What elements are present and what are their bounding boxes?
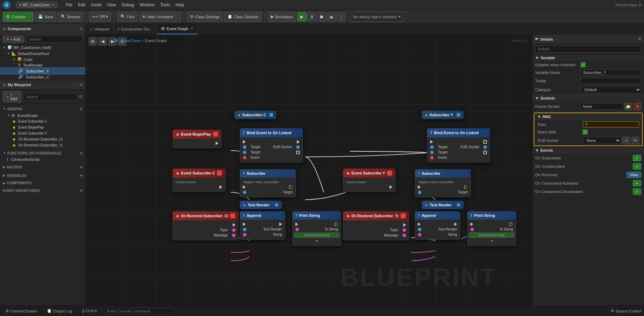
stop-button[interactable]: ⏹: [317, 12, 326, 21]
on-rec-c-topic-pin[interactable]: [232, 228, 236, 232]
graph-event-sub-c[interactable]: ◆ Event Subscribe C: [0, 118, 85, 124]
tr-c-out-pin[interactable]: [275, 203, 278, 207]
play-options-button[interactable]: ⋮: [337, 12, 346, 21]
console-command-input[interactable]: [104, 308, 174, 314]
append-c-exec-out[interactable]: [279, 222, 282, 226]
node-on-received-y[interactable]: ◆ On Received (Subscriber_Y) Topic Messa…: [343, 211, 409, 240]
node-event-sub-c[interactable]: ◆ Event Subscribe C Custom Event: [173, 169, 225, 192]
class-defaults-button[interactable]: 📋 Class Defaults: [224, 12, 262, 22]
on-component-deactivated-add-btn[interactable]: +: [633, 188, 641, 195]
back-nav-button[interactable]: ◀: [98, 37, 107, 46]
editable-checkbox[interactable]: ✓: [581, 62, 586, 67]
my-blueprint-search-input[interactable]: [23, 93, 77, 100]
components-add-button[interactable]: + + Add: [3, 36, 24, 43]
hide-unrelated-button[interactable]: 👁 Hide Unrelated ⋮: [139, 12, 181, 22]
sub-c-target-pin[interactable]: [243, 191, 246, 194]
components-close[interactable]: ✕: [79, 26, 83, 31]
bind-y-exec-in[interactable]: [430, 140, 433, 144]
bind-y-subsocket-pin[interactable]: [483, 145, 487, 149]
find-button[interactable]: 🔍 Find: [117, 12, 137, 22]
output-log-button[interactable]: 📋 Output Log: [44, 308, 75, 314]
starts-with-checkbox[interactable]: ✓: [583, 130, 588, 135]
append-c-str-pin[interactable]: [243, 233, 246, 236]
details-close[interactable]: ✕: [638, 37, 641, 41]
tree-item-cube[interactable]: ▼ 📦 Cube: [0, 56, 85, 62]
bind-c-exec-out[interactable]: [297, 140, 300, 144]
graphs-add[interactable]: +: [80, 106, 83, 112]
tree-item-text-render[interactable]: T TextRender: [0, 62, 85, 68]
menu-tools[interactable]: Tools: [160, 2, 170, 7]
diff-button[interactable]: ⟷ Diff ▾: [89, 12, 111, 22]
var-name-input[interactable]: [581, 69, 641, 76]
sub-c-exec-out[interactable]: [289, 185, 293, 189]
sub-socket-edit-btn[interactable]: ✏: [631, 137, 639, 144]
on-rec-y-msg-pin[interactable]: [402, 234, 406, 237]
event-close-pin[interactable]: [213, 132, 218, 137]
event-sub-y-close[interactable]: [387, 171, 392, 176]
tree-item-subscriber-y[interactable]: 🔗 Subscriber_Y: [0, 68, 85, 74]
print-y-exec-in[interactable]: [470, 222, 473, 226]
event-sub-c-exec-out[interactable]: [219, 185, 222, 189]
bind-y-right-pin[interactable]: [483, 151, 487, 154]
functions-add[interactable]: +: [80, 150, 83, 156]
eject-button[interactable]: ⏏: [327, 12, 336, 21]
tr-y-out-pin[interactable]: [457, 203, 460, 207]
nng-section-header[interactable]: ▼ NNG: [534, 113, 642, 120]
on-rec-y-topic-pin[interactable]: [402, 228, 406, 232]
tab-bp-cube-green[interactable]: BP_CubeGreen: [23, 3, 50, 7]
variables-add[interactable]: +: [80, 173, 83, 178]
on-subscribed-add-btn[interactable]: +: [633, 155, 641, 161]
source-control[interactable]: ⚙ Source Control: [611, 309, 641, 313]
append-y-str-pin[interactable]: [418, 233, 421, 236]
on-received-view-btn[interactable]: View: [626, 172, 641, 178]
node-append-y[interactable]: f Append Text Render String: [415, 211, 460, 240]
breadcrumb-root[interactable]: BP_CubeGreen: [114, 39, 141, 43]
append-y-tr-pin[interactable]: [418, 228, 421, 231]
simulation-button[interactable]: ▶ Simulation: [268, 12, 296, 22]
node-text-render-y[interactable]: ● Text Render: [422, 201, 464, 209]
my-blueprint-add-button[interactable]: + + Add: [3, 91, 21, 102]
bind-c-target2-pin[interactable]: [243, 151, 246, 154]
graph-on-received-c[interactable]: ◆ On Received (Subscriber_C): [0, 136, 85, 142]
node-print-string-y[interactable]: f Print String In String Development Onl…: [467, 211, 516, 246]
print-c-exec-in[interactable]: [295, 222, 298, 226]
my-blueprint-cog-button[interactable]: ⚙: [79, 94, 83, 99]
event-graph-close[interactable]: ✕: [190, 27, 193, 30]
bind-c-subsocket-out-pin[interactable]: [296, 145, 300, 149]
variable-section-header[interactable]: ▼ Variable: [532, 54, 644, 61]
on-rec-y-exec-out[interactable]: [403, 223, 406, 227]
menu-help[interactable]: Help: [176, 2, 184, 7]
tree-item-default-scene-root[interactable]: ▼ 📐 DefaultSceneRoot: [0, 50, 85, 56]
node-print-string-c[interactable]: f Print String In String Development Onl…: [292, 211, 341, 246]
graph-event-sub-y[interactable]: ◆ Event Subscribe Y: [0, 130, 85, 136]
tooltip-input[interactable]: [581, 78, 641, 84]
node-bind-event-c[interactable]: f Bind Event to On Linked Target SUB-Soc…: [240, 128, 303, 163]
tree-item-subscriber-c[interactable]: 🔗 Subscriber_C: [0, 74, 85, 80]
menu-debug[interactable]: Debug: [122, 2, 134, 7]
append-c-tr-pin[interactable]: [243, 228, 246, 231]
on-rec-c-close[interactable]: [230, 213, 235, 218]
content-drawer-button[interactable]: ⊞ Content Drawer: [3, 308, 40, 314]
debug-dropdown[interactable]: No debug object selected ▾: [350, 12, 404, 22]
append-y-exec-in[interactable]: [418, 222, 421, 226]
menu-asset[interactable]: Asset: [91, 2, 102, 7]
on-component-activated-add-btn[interactable]: +: [633, 180, 641, 186]
node-on-received-c[interactable]: ◆ On Received (Subscriber_C) Topic Messa…: [173, 211, 239, 240]
node-subscribe-c[interactable]: f Subscribe Target is NNG Subscriber Tar…: [240, 169, 296, 197]
tree-item-bp-cube-green[interactable]: ▼ 🧊 BP_CubeGreen (Self): [0, 44, 85, 50]
on-rec-y-close[interactable]: [401, 213, 406, 218]
on-rec-c-exec-out[interactable]: [233, 223, 236, 227]
macros-add[interactable]: +: [80, 164, 83, 170]
function-construction-script[interactable]: f ConstructionScript: [0, 157, 85, 162]
pause-button[interactable]: ⏸: [307, 12, 316, 21]
parent-socket-clear-btn[interactable]: ✕: [634, 103, 641, 110]
menu-file[interactable]: File: [66, 2, 72, 7]
tab-event-graph[interactable]: ⊞ Event Graph ✕: [157, 24, 198, 34]
sub-y-out-pin[interactable]: [457, 113, 460, 117]
menu-window[interactable]: Window: [140, 2, 155, 7]
sub-y-exec-out[interactable]: [464, 185, 468, 189]
bind-y-target-pin[interactable]: [430, 145, 434, 149]
bind-y-target2-pin[interactable]: [430, 151, 434, 154]
parent-socket-input[interactable]: [581, 103, 623, 110]
graph-area[interactable]: ⊞ ◀ ▶ ⊡ BP_CubeGreen › Event Graph Zoom …: [86, 34, 532, 305]
